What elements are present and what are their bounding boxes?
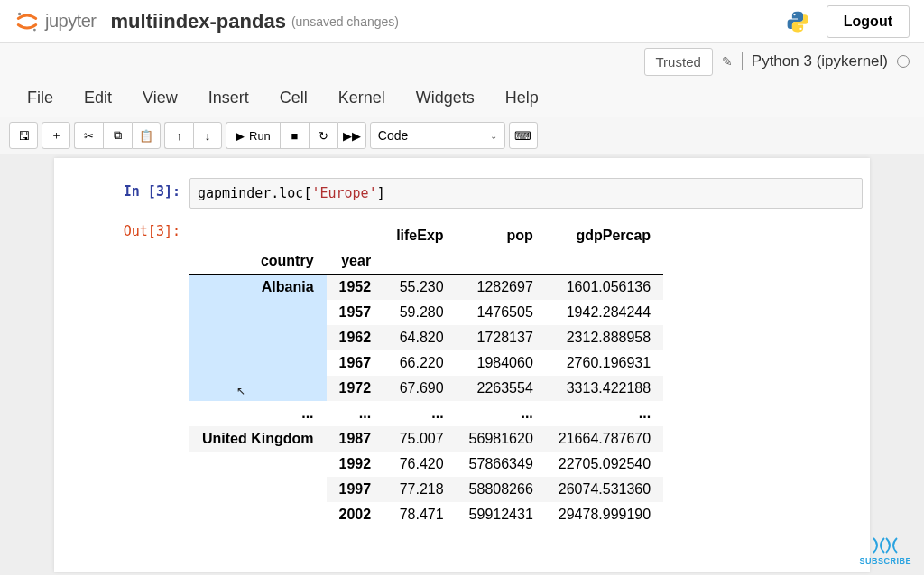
restart-run-all-button[interactable]: ▶▶ bbox=[337, 122, 366, 149]
svg-point-1 bbox=[33, 28, 36, 31]
menu-cell[interactable]: Cell bbox=[280, 89, 308, 107]
copy-button[interactable]: ⧉ bbox=[103, 122, 132, 149]
kernel-indicator-icon bbox=[897, 55, 910, 68]
arrow-up-icon: ↑ bbox=[176, 129, 182, 143]
save-status: (unsaved changes) bbox=[291, 14, 399, 29]
edit-icon[interactable]: ✎ bbox=[722, 54, 733, 69]
restart-icon: ↻ bbox=[319, 129, 328, 143]
brand-text: jupyter bbox=[45, 11, 97, 32]
kernel-name[interactable]: Python 3 (ipykernel) bbox=[752, 52, 888, 70]
subscribe-badge[interactable]: SUBSCRIBE bbox=[859, 536, 911, 565]
code-cell[interactable]: In [3]: gapminder.loc['Europe'] Out[3]: … bbox=[54, 178, 870, 527]
menu-insert[interactable]: Insert bbox=[208, 89, 249, 107]
menu-help[interactable]: Help bbox=[505, 89, 539, 107]
add-cell-button[interactable]: ＋ bbox=[42, 122, 70, 149]
scissors-icon: ✂ bbox=[84, 129, 94, 143]
trusted-badge[interactable]: Trusted bbox=[644, 48, 713, 76]
dataframe-output: lifeExppopgdpPercapcountryyearAlbania195… bbox=[189, 223, 663, 527]
cell-type-select[interactable]: Code ⌄ bbox=[370, 122, 505, 149]
plus-icon: ＋ bbox=[51, 127, 62, 144]
chevron-down-icon: ⌄ bbox=[490, 131, 497, 141]
logout-button[interactable]: Logout bbox=[827, 5, 910, 38]
paste-button[interactable]: 📋 bbox=[132, 122, 161, 149]
menu-file[interactable]: File bbox=[27, 89, 53, 107]
copy-icon: ⧉ bbox=[114, 128, 122, 143]
dna-icon bbox=[872, 536, 899, 555]
cut-button[interactable]: ✂ bbox=[74, 122, 103, 149]
move-down-button[interactable]: ↓ bbox=[193, 122, 222, 149]
play-icon: ▶ bbox=[236, 129, 245, 143]
menu-view[interactable]: View bbox=[143, 89, 178, 107]
arrow-down-icon: ↓ bbox=[205, 129, 211, 143]
menu-kernel[interactable]: Kernel bbox=[338, 89, 385, 107]
jupyter-logo[interactable]: jupyter bbox=[14, 9, 97, 34]
input-prompt: In [3]: bbox=[54, 178, 189, 209]
menu-edit[interactable]: Edit bbox=[84, 89, 112, 107]
status-row: Trusted ✎ Python 3 (ipykernel) bbox=[0, 43, 924, 79]
move-up-button[interactable]: ↑ bbox=[164, 122, 193, 149]
run-button[interactable]: ▶Run bbox=[226, 122, 280, 149]
fast-forward-icon: ▶▶ bbox=[343, 129, 361, 143]
python-icon bbox=[785, 9, 810, 34]
save-button[interactable]: 🖫 bbox=[9, 122, 38, 149]
jupyter-icon bbox=[14, 9, 40, 34]
paste-icon: 📋 bbox=[139, 129, 153, 143]
command-palette-button[interactable]: ⌨ bbox=[509, 122, 538, 149]
svg-point-0 bbox=[18, 12, 22, 15]
interrupt-button[interactable]: ■ bbox=[280, 122, 309, 149]
svg-point-2 bbox=[793, 13, 795, 14]
notebook-name[interactable]: multiindex-pandas bbox=[111, 10, 286, 33]
keyboard-icon: ⌨ bbox=[514, 129, 531, 143]
notebook-area[interactable]: In [3]: gapminder.loc['Europe'] Out[3]: … bbox=[0, 154, 924, 575]
output-prompt: Out[3]: bbox=[54, 218, 189, 527]
stop-icon: ■ bbox=[291, 129, 298, 143]
toolbar: 🖫 ＋ ✂ ⧉ 📋 ↑ ↓ ▶Run ■ ↻ ▶▶ Code ⌄ ⌨ bbox=[0, 117, 924, 154]
app-header: jupyter multiindex-pandas (unsaved chang… bbox=[0, 0, 924, 43]
svg-point-3 bbox=[799, 27, 801, 29]
menu-widgets[interactable]: Widgets bbox=[416, 89, 475, 107]
main-menu: File Edit View Insert Cell Kernel Widget… bbox=[0, 79, 924, 117]
floppy-icon: 🖫 bbox=[18, 129, 30, 143]
code-input[interactable]: gapminder.loc['Europe'] bbox=[189, 178, 863, 209]
restart-button[interactable]: ↻ bbox=[309, 122, 337, 149]
